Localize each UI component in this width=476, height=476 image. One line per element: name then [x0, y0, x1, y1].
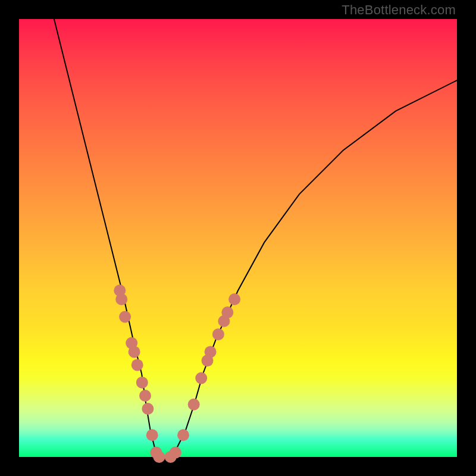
data-marker	[139, 390, 151, 402]
plot-area	[19, 19, 457, 457]
data-marker	[170, 447, 181, 459]
data-marker	[146, 429, 158, 441]
data-marker	[205, 346, 217, 358]
data-marker	[212, 328, 224, 340]
data-marker	[131, 359, 143, 371]
data-marker	[228, 293, 240, 305]
data-marker	[221, 306, 233, 318]
data-marker	[177, 429, 189, 441]
data-marker	[115, 293, 127, 305]
chart-frame: TheBottleneck.com	[0, 0, 476, 476]
data-marker	[142, 403, 154, 415]
marker-group	[114, 284, 240, 463]
curve-svg	[19, 19, 457, 457]
data-marker	[119, 311, 131, 323]
watermark-text: TheBottleneck.com	[342, 2, 456, 18]
data-marker	[136, 377, 148, 389]
data-marker	[154, 451, 165, 463]
data-marker	[188, 399, 200, 411]
data-marker	[129, 346, 140, 358]
bottleneck-curve	[54, 19, 457, 457]
data-marker	[195, 372, 207, 384]
